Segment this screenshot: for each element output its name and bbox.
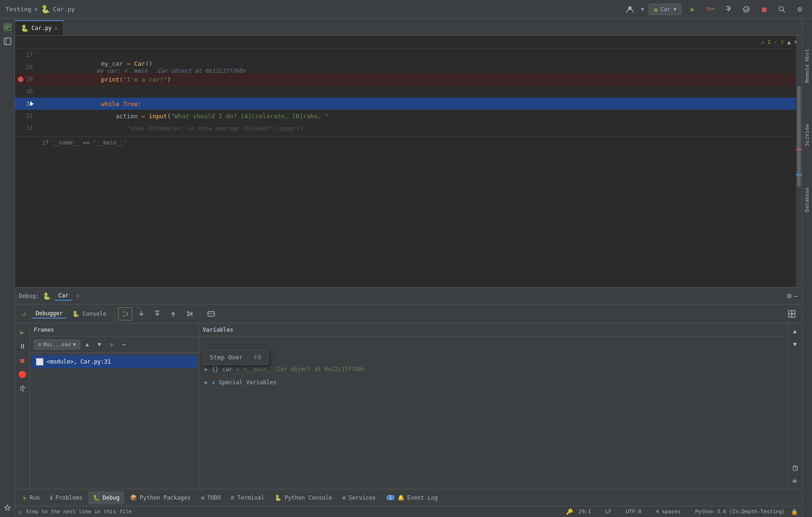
run-to-cursor-btn[interactable] <box>182 307 196 320</box>
rerun-btn[interactable]: 🔴 <box>16 368 29 380</box>
coverage-button[interactable] <box>740 3 753 16</box>
bottom-tab-run[interactable]: ▶ Run <box>19 491 45 504</box>
svg-rect-7 <box>5 27 10 28</box>
stop-debug-btn[interactable]: ■ <box>16 354 29 366</box>
debug-run-button[interactable] <box>704 3 717 16</box>
line-number-32: 32 <box>15 113 38 119</box>
var-name-car: car <box>222 366 233 373</box>
nav-up-icon[interactable]: ▲ <box>788 39 791 46</box>
line-number-33: 33 <box>15 125 38 131</box>
status-indent[interactable]: 4 spaces <box>656 509 681 515</box>
tab-car-py[interactable]: 🐍 Car.py ✕ <box>15 20 64 35</box>
problems-tab-icon: ℹ <box>50 494 53 501</box>
thread-select[interactable]: ≡ Mai...ead ▼ <box>34 340 80 350</box>
right-label-sciview[interactable]: SciView <box>803 122 811 148</box>
scrollbar-marker-blue <box>796 174 802 175</box>
variables-list: ▶ {} car = <__main__.Car object at 0x12c… <box>199 360 788 392</box>
var-item-car[interactable]: ▶ {} car = <__main__.Car object at 0x12c… <box>203 363 784 376</box>
bottom-tab-problems[interactable]: ℹ Problems <box>46 491 87 504</box>
frame-down-btn[interactable]: ▼ <box>94 339 105 350</box>
editor-scrollbar[interactable] <box>796 36 802 287</box>
svg-rect-16 <box>789 311 792 314</box>
scroll-up-btn[interactable]: ▲ <box>789 325 801 336</box>
status-line-ending[interactable]: LF <box>605 509 612 515</box>
watch-btn[interactable] <box>204 307 218 320</box>
bottom-tab-services[interactable]: ⚙ Services <box>338 491 381 504</box>
copy-btn[interactable] <box>789 463 801 474</box>
svg-point-3 <box>779 7 783 11</box>
step-over-button[interactable] <box>722 3 735 16</box>
file-name[interactable]: Car.py <box>53 6 75 13</box>
bottom-tab-python-console[interactable]: 🐍 Python Console <box>270 491 337 504</box>
tooltip-label: Step Over <box>210 354 243 361</box>
layout-btn[interactable] <box>785 307 799 320</box>
step-into-btn[interactable] <box>134 307 148 320</box>
debug-refresh-btn[interactable]: ↺ <box>18 308 30 320</box>
console-tab[interactable]: 🐍 Console <box>69 310 110 318</box>
right-label-database[interactable]: Database <box>803 185 811 214</box>
editor-header: ⚠ 1 ✓ 3 ▲ ▼ <box>15 36 802 49</box>
profile-button[interactable] <box>623 3 636 16</box>
project-name[interactable]: Testing <box>6 6 31 13</box>
code-editor[interactable]: ⚠ 1 ✓ 3 ▲ ▼ 27 28 my_car = Car() my_ <box>15 36 802 287</box>
scroll-down-btn[interactable]: ▼ <box>789 338 801 350</box>
stop-button[interactable]: ■ <box>758 3 771 16</box>
profile-dropdown-icon[interactable]: ▼ <box>641 7 644 12</box>
content-area: 🐍 Car.py ✕ ⚠ 1 ✓ 3 ▲ ▼ 27 <box>15 19 802 517</box>
right-label-remote-host[interactable]: Remote Host <box>803 47 811 85</box>
code-line-33: 33 "show [O]dometer, or show average [S]… <box>15 122 802 134</box>
bottom-tab-event-log[interactable]: 1 🔔 Event Log <box>382 491 443 504</box>
bottom-tab-packages[interactable]: 📦 Python Packages <box>125 491 195 504</box>
sidebar-structure-icon[interactable] <box>1 35 14 48</box>
var-expand-special[interactable]: ▶ <box>205 379 208 386</box>
svg-rect-14 <box>208 312 214 316</box>
step-into-method-btn[interactable] <box>150 307 164 320</box>
bottom-tab-terminal[interactable]: ⊡ Terminal <box>226 491 269 504</box>
debug-tab-close-icon[interactable]: ✕ <box>76 293 79 299</box>
var-item-special[interactable]: ▶ ◈ Special Variables <box>203 376 784 389</box>
bottom-tab-todo[interactable]: ≡ TODO <box>196 491 225 504</box>
debug-tab-car[interactable]: Car <box>54 291 72 301</box>
debug-minimize-icon[interactable]: — <box>793 291 798 300</box>
sidebar-project-icon[interactable] <box>1 21 14 34</box>
frame-up-btn[interactable]: ▲ <box>82 339 92 350</box>
run-config[interactable]: ● Car ▼ <box>649 4 682 15</box>
event-log-label: Event Log <box>407 494 438 501</box>
tooltip-shortcut: F8 <box>254 354 261 361</box>
pause-btn[interactable]: ⏸ <box>16 340 29 352</box>
problems-tab-label: Problems <box>55 494 83 501</box>
frames-header: Frames <box>30 323 199 336</box>
step-out-btn[interactable] <box>166 307 180 320</box>
mute-btn[interactable] <box>16 382 29 395</box>
run-config-icon: ● <box>654 6 658 13</box>
tab-file-icon: 🐍 <box>21 24 29 32</box>
todo-tab-label: TODO <box>207 494 221 501</box>
frame-item-module[interactable]: ⬜ <module>, Car.py:31 <box>32 355 197 368</box>
right-sidebar: Remote Host SciView Database <box>802 19 812 517</box>
debugger-tab[interactable]: Debugger <box>32 309 67 319</box>
eye-btn[interactable]: 👁 <box>789 476 801 487</box>
run-button[interactable]: ▶ <box>686 3 699 16</box>
panel-right-controls: ▲ ▼ 👁 <box>788 323 802 489</box>
status-python-version[interactable]: Python 3.6 (In-Depth-Testing) <box>695 509 785 515</box>
remove-frame-btn[interactable]: − <box>119 339 129 350</box>
status-position[interactable]: 29:1 <box>579 509 591 515</box>
bottom-tab-debug[interactable]: 🐛 Debug <box>88 491 124 504</box>
services-tab-icon: ⚙ <box>343 494 346 501</box>
sidebar-favorites-icon[interactable] <box>1 501 14 514</box>
tab-close-icon[interactable]: ✕ <box>54 25 58 31</box>
add-frame-btn[interactable]: + <box>107 339 117 350</box>
settings-button[interactable]: ⚙ <box>793 3 806 16</box>
step-over-toolbar-btn[interactable] <box>118 307 132 320</box>
debug-controls: ▶ ⏸ ■ 🔴 <box>15 323 30 489</box>
search-button[interactable] <box>775 3 789 16</box>
packages-tab-icon: 📦 <box>130 494 137 501</box>
variables-label: Variables <box>203 327 233 333</box>
debug-panel: Debug: 🐍 Car ✕ ⚙ — ↺ Debugger 🐍 Console <box>15 287 802 489</box>
debug-header: Debug: 🐍 Car ✕ ⚙ — <box>15 288 802 304</box>
var-expand-car[interactable]: ▶ <box>205 366 208 373</box>
status-encoding[interactable]: UTF-8 <box>626 509 642 515</box>
debug-settings-icon[interactable]: ⚙ <box>787 291 792 300</box>
packages-tab-label: Python Packages <box>140 494 191 501</box>
resume-btn[interactable]: ▶ <box>16 326 29 338</box>
